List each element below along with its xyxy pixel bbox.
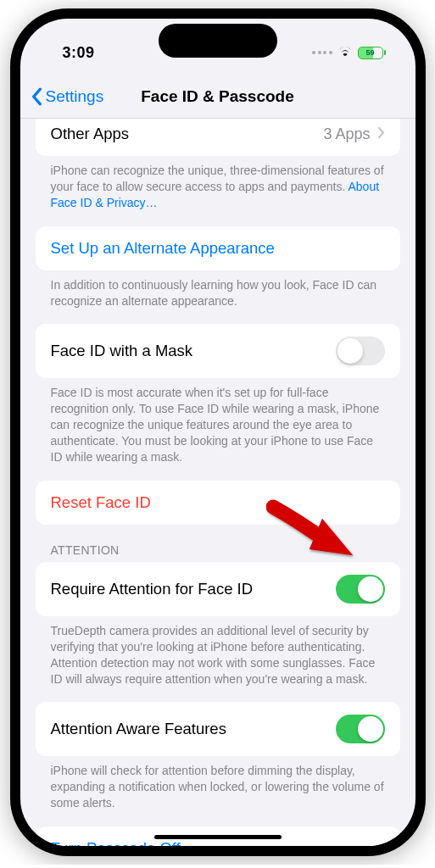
require-attention-toggle[interactable] (336, 575, 385, 604)
faceid-mask-row[interactable]: Face ID with a Mask (36, 324, 400, 378)
attention-aware-toggle[interactable] (336, 715, 385, 743)
attention-aware-row[interactable]: Attention Aware Features (36, 702, 400, 756)
attention-aware-label: Attention Aware Features (51, 720, 226, 738)
other-apps-label: Other Apps (51, 125, 130, 143)
alternate-appearance-button[interactable]: Set Up an Alternate Appearance (36, 226, 400, 270)
alternate-appearance-label: Set Up an Alternate Appearance (51, 239, 275, 258)
faceid-mask-toggle[interactable] (336, 337, 385, 365)
dynamic-island (159, 24, 277, 58)
require-attention-row[interactable]: Require Attention for Face ID (36, 562, 400, 616)
status-time: 3:09 (46, 44, 95, 62)
chevron-right-icon (377, 125, 385, 143)
content-area[interactable]: Other Apps 3 Apps iPhone can recognize t… (20, 119, 415, 846)
require-attention-footer: TrueDepth camera provides an additional … (36, 616, 400, 693)
faceid-privacy-footer: iPhone can recognize the unique, three-d… (36, 156, 400, 216)
faceid-mask-label: Face ID with a Mask (51, 342, 193, 360)
mask-footer: Face ID is most accurate when it's set u… (36, 378, 400, 470)
alternate-footer: In addition to continuously learning how… (36, 270, 400, 314)
turn-passcode-off-label: Turn Passcode Off (51, 839, 181, 846)
reset-faceid-label: Reset Face ID (51, 493, 151, 512)
svg-marker-0 (309, 517, 357, 555)
attention-aware-footer: iPhone will check for attention before d… (36, 756, 400, 816)
annotation-arrow-icon (266, 497, 360, 565)
phone-frame: 3:09 59 Settings Face ID & Passcode (10, 8, 426, 856)
wifi-icon (337, 45, 353, 60)
back-label: Settings (46, 87, 104, 106)
other-apps-value: 3 Apps (323, 125, 370, 143)
nav-bar: Settings Face ID & Passcode (20, 75, 415, 119)
home-indicator[interactable] (154, 835, 282, 839)
page-title: Face ID & Passcode (141, 87, 294, 106)
other-apps-row[interactable]: Other Apps 3 Apps (36, 119, 400, 156)
status-indicators: 59 (312, 45, 390, 60)
battery-icon: 59 (358, 47, 383, 59)
cellular-dots-icon (312, 51, 332, 54)
battery-level: 59 (365, 48, 374, 57)
require-attention-label: Require Attention for Face ID (51, 580, 254, 598)
back-button[interactable]: Settings (31, 87, 104, 106)
screen: 3:09 59 Settings Face ID & Passcode (20, 19, 415, 846)
